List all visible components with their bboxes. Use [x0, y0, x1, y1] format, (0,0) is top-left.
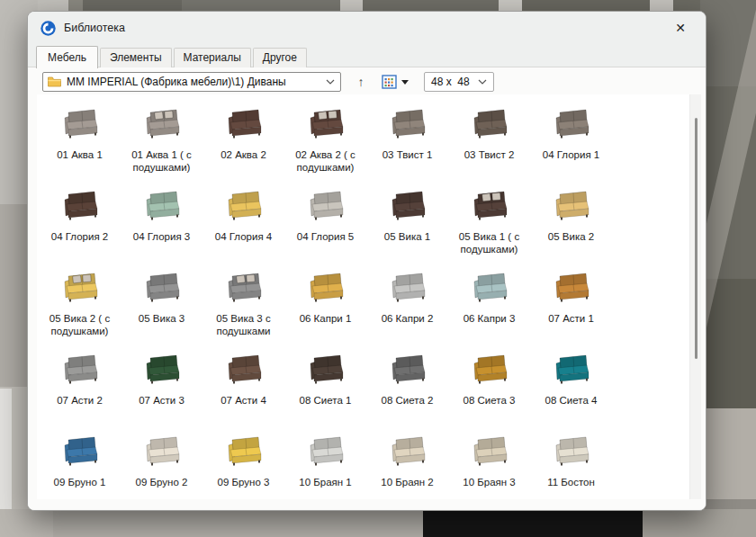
item-thumbnail	[222, 102, 266, 147]
item-thumbnail	[58, 429, 102, 474]
library-item[interactable]: 09 Бруно 2	[121, 427, 202, 509]
sofa-icon	[222, 184, 266, 228]
item-label: 10 Браян 3	[463, 476, 516, 488]
sofa-icon	[58, 184, 102, 228]
item-thumbnail	[468, 429, 511, 474]
library-grid: 01 Аква 1 01 Аква 1 ( с по	[39, 100, 612, 509]
library-item[interactable]: 09 Бруно 3	[202, 427, 284, 509]
titlebar[interactable]: Библиотека ✕	[28, 12, 706, 44]
library-item[interactable]: 05 Вика 3 с подушками	[202, 264, 284, 345]
item-thumbnail	[468, 347, 511, 392]
library-item[interactable]: 04 Глория 5	[284, 182, 366, 264]
library-item[interactable]: 08 Сиета 3	[448, 345, 530, 427]
item-label: 05 Вика 2	[548, 230, 594, 243]
library-item[interactable]: 06 Капри 2	[366, 264, 448, 345]
tab-furniture[interactable]: Мебель	[36, 46, 98, 68]
sofa-icon	[468, 266, 511, 309]
library-item[interactable]: 02 Аква 2 ( с подушками)	[284, 100, 366, 182]
tab-other[interactable]: Другое	[253, 48, 307, 67]
library-item[interactable]: 08 Сиета 2	[366, 345, 448, 427]
item-thumbnail	[386, 429, 429, 474]
library-item[interactable]: 08 Сиета 1	[284, 345, 366, 427]
tab-elements[interactable]: Элементы	[100, 48, 172, 67]
library-item[interactable]: 10 Браян 2	[366, 427, 448, 509]
library-item[interactable]: 05 Вика 1	[366, 182, 448, 264]
sofa-icon	[140, 348, 184, 391]
sofa-icon	[304, 430, 347, 473]
item-label: 07 Асти 4	[220, 394, 266, 407]
item-label: 08 Сиета 1	[300, 394, 352, 407]
close-button[interactable]: ✕	[666, 16, 695, 40]
item-label: 01 Аква 1	[57, 148, 103, 161]
library-item[interactable]: 04 Глория 2	[39, 182, 121, 264]
item-label: 05 Вика 3 с подушками	[204, 312, 284, 337]
library-item[interactable]: 03 Твист 1	[366, 100, 448, 182]
sofa-icon	[304, 266, 347, 309]
library-item[interactable]: 04 Глория 4	[202, 182, 284, 264]
item-label: 07 Асти 3	[139, 394, 184, 407]
item-label: 05 Вика 2 ( с подушками)	[40, 312, 120, 337]
item-label: 05 Вика 3	[139, 312, 184, 325]
library-item[interactable]: 07 Асти 3	[121, 345, 202, 427]
item-thumbnail	[468, 183, 511, 228]
library-item[interactable]: 05 Вика 1 ( с подушками)	[448, 182, 530, 264]
sofa-icon	[58, 103, 102, 146]
sofa-icon	[550, 184, 593, 228]
item-label: 09 Бруно 1	[54, 476, 106, 488]
library-item[interactable]: 07 Асти 4	[202, 345, 284, 427]
library-content: 01 Аква 1 01 Аква 1 ( с по	[37, 94, 701, 499]
library-item[interactable]: 02 Аква 2	[202, 100, 284, 182]
item-label: 06 Капри 1	[300, 312, 352, 325]
library-item[interactable]: 03 Твист 2	[448, 100, 530, 182]
sofa-icon	[222, 103, 266, 146]
scrollbar-thumb[interactable]	[695, 118, 698, 359]
window-title: Библиотека	[64, 22, 666, 34]
library-item[interactable]: 05 Вика 2	[530, 182, 612, 264]
item-label: 08 Сиета 3	[464, 394, 516, 407]
sofa-icon	[140, 266, 184, 309]
sofa-icon	[468, 348, 511, 391]
library-item[interactable]: 06 Капри 1	[284, 264, 366, 345]
sofa-icon	[58, 266, 102, 309]
sofa-icon	[140, 430, 184, 473]
item-thumbnail	[386, 102, 429, 147]
item-label: 05 Вика 1	[384, 230, 430, 243]
library-item[interactable]: 05 Вика 3	[121, 264, 202, 345]
library-item[interactable]: 04 Глория 1	[530, 100, 612, 182]
item-thumbnail	[468, 102, 511, 147]
library-item[interactable]: 07 Асти 1	[530, 264, 612, 345]
tab-materials[interactable]: Материалы	[174, 48, 251, 67]
caret-down-icon	[401, 80, 409, 85]
sofa-icon	[550, 348, 593, 391]
item-thumbnail	[386, 265, 429, 310]
item-label: 07 Асти 2	[57, 394, 103, 407]
close-icon: ✕	[675, 21, 686, 35]
item-thumbnail	[58, 347, 102, 392]
library-item[interactable]: 01 Аква 1 ( с подушками)	[121, 100, 202, 182]
item-thumbnail	[304, 183, 347, 228]
library-item[interactable]: 10 Браян 1	[284, 427, 366, 509]
library-item[interactable]: 01 Аква 1	[39, 100, 121, 182]
library-item[interactable]: 05 Вика 2 ( с подушками)	[39, 264, 121, 345]
view-mode-button[interactable]	[379, 72, 411, 92]
library-item[interactable]: 08 Сиета 4	[530, 345, 612, 427]
path-combobox[interactable]: MM IMPERIAL (Фабрика мебели)\1) Диваны	[42, 72, 341, 92]
vertical-scrollbar[interactable]	[689, 94, 701, 499]
item-label: 02 Аква 2 ( с подушками)	[286, 148, 365, 174]
library-item[interactable]: 09 Бруно 1	[39, 427, 121, 509]
library-item[interactable]: 06 Капри 3	[448, 264, 530, 345]
sofa-icon	[550, 430, 593, 473]
library-item[interactable]: 07 Асти 2	[39, 345, 121, 427]
library-item[interactable]: 04 Глория 3	[121, 182, 202, 264]
item-thumbnail	[222, 347, 266, 392]
item-label: 05 Вика 1 ( с подушками)	[450, 230, 529, 255]
chevron-down-icon	[478, 79, 487, 85]
item-label: 01 Аква 1 ( с подушками)	[122, 148, 202, 174]
up-level-button[interactable]: ↑	[352, 72, 370, 92]
library-item[interactable]: 11 Бостон	[530, 427, 612, 509]
item-thumbnail	[386, 347, 429, 392]
tab-label: Другое	[263, 51, 297, 64]
library-item[interactable]: 10 Браян 3	[448, 427, 530, 509]
icon-size-select[interactable]: 48 x 48	[424, 72, 494, 92]
tab-label: Элементы	[110, 51, 162, 64]
